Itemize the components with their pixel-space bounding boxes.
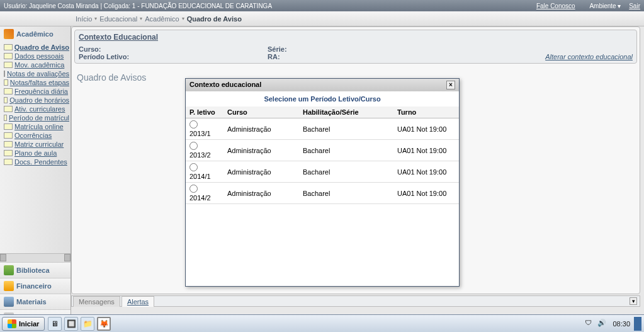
alterar-contexto-link[interactable]: Alterar contexto educacional (545, 53, 633, 60)
sidebar-item-0[interactable]: Quadro de Aviso (3, 43, 71, 52)
bc-academico[interactable]: Acadêmico (145, 15, 179, 23)
fale-conosco-link[interactable]: Fale Conosco (536, 3, 575, 9)
row-radio[interactable] (189, 163, 198, 171)
tray-clock[interactable]: 08:30 (613, 320, 630, 328)
sidebar-financeiro[interactable]: Financeiro (0, 278, 71, 294)
sidebar-item-5[interactable]: Frequência diária (3, 87, 71, 96)
tray-icon-1[interactable]: 🛡 (585, 319, 595, 329)
sidebar-materiais[interactable]: Materiais (0, 294, 71, 309)
bc-current: Quadro de Aviso (187, 15, 242, 23)
folder-icon (4, 123, 13, 130)
modal-row[interactable]: 2013/1AdministraçãoBacharelUA01 Not 19:0… (186, 118, 459, 140)
folder-icon (4, 62, 13, 68)
row-radio[interactable] (189, 185, 198, 193)
sair-link[interactable]: Sair (629, 3, 640, 9)
sidebar-hscroll[interactable] (0, 253, 71, 262)
sidebar-item-1[interactable]: Dados pessoais (3, 52, 71, 60)
sidebar-biblioteca[interactable]: Biblioteca (0, 262, 71, 278)
modal-row[interactable]: 2013/2AdministraçãoBacharelUA01 Not 19:0… (186, 140, 459, 161)
folder-icon (4, 159, 13, 165)
folder-icon (4, 106, 13, 112)
materials-icon (4, 297, 14, 307)
start-button[interactable]: Iniciar (2, 317, 45, 331)
sidebar-item-6[interactable]: Quadro de horários (3, 96, 71, 105)
sidebar-item-7[interactable]: Ativ. curriculares (3, 105, 71, 113)
curso-label: Curso: (79, 45, 268, 53)
tab-mensagens[interactable]: Mensagens (73, 296, 120, 307)
tab-alertas[interactable]: Alertas (121, 296, 154, 307)
serie-label: Série: (268, 45, 519, 53)
folder-icon (4, 71, 5, 77)
ql-switch[interactable]: 🔲 (64, 317, 78, 331)
breadcrumb: Início▾ Educacional▾ Acadêmico▾ Quadro d… (0, 11, 644, 26)
folder-icon (4, 150, 13, 156)
col-turno: Turno (393, 106, 459, 118)
folder-icon (4, 53, 13, 59)
msgbar-toggle[interactable]: ▾ (630, 297, 637, 305)
sidebar-item-11[interactable]: Matriz curricular (3, 140, 71, 149)
sidebar-item-8[interactable]: Período de matrícul (3, 113, 71, 122)
sidebar-item-2[interactable]: Mov. acadêmica (3, 60, 71, 69)
row-radio[interactable] (189, 142, 198, 150)
modal-row[interactable]: 2014/1AdministraçãoBacharelUA01 Not 19:0… (186, 161, 459, 183)
folder-icon (4, 44, 13, 50)
context-title: Contexto Educacional (79, 33, 633, 42)
folder-icon (4, 88, 13, 94)
row-radio[interactable] (189, 120, 198, 129)
sidebar-item-12[interactable]: Plano de aula (3, 149, 71, 157)
modal-close-button[interactable]: × (446, 81, 455, 89)
book-icon (4, 265, 14, 275)
folder-icon (4, 141, 13, 147)
money-icon (4, 281, 14, 291)
ambiente-menu[interactable]: Ambiente ▾ (583, 3, 621, 9)
folder-icon (4, 97, 8, 103)
sidebar-item-10[interactable]: Ocorrências (3, 131, 71, 140)
tray-icon-2[interactable]: 🔊 (597, 319, 607, 329)
academico-icon (4, 29, 14, 39)
sidebar-item-4[interactable]: Notas/faltas etapas (3, 78, 71, 87)
bc-educacional[interactable]: Educacional (99, 15, 137, 23)
modal-row[interactable]: 2014/2AdministraçãoBacharelUA01 Not 19:0… (186, 183, 459, 204)
windows-icon (8, 319, 16, 328)
user-info: Usuário: Jaqueline Costa Miranda | Colig… (4, 3, 530, 9)
ra-label: RA: (268, 53, 519, 60)
show-desktop[interactable] (634, 317, 641, 331)
folder-icon (4, 132, 13, 139)
sidebar-academico[interactable]: Acadêmico (0, 26, 71, 42)
periodo-label: Período Letivo: (79, 53, 268, 60)
bc-inicio[interactable]: Início (76, 15, 92, 23)
contexto-modal: Contexto educacional × Selecione um Perí… (185, 78, 460, 287)
ql-explorer[interactable]: 📁 (81, 317, 94, 331)
col-pletivo: P. letivo (186, 106, 223, 118)
sidebar-item-3[interactable]: Notas de avaliações (3, 69, 71, 78)
folder-icon (4, 79, 8, 86)
modal-title: Contexto educacional (189, 81, 261, 89)
sidebar-item-13[interactable]: Docs. Pendentes (3, 157, 71, 166)
col-curso: Curso (223, 106, 299, 118)
folder-icon (4, 115, 7, 121)
sidebar-item-9[interactable]: Matrícula online (3, 122, 71, 131)
col-hab: Habilitação/Série (299, 106, 393, 118)
ql-firefox[interactable]: 🦊 (97, 317, 111, 331)
ql-desktop[interactable]: 🖥 (48, 317, 62, 331)
modal-subtitle: Selecione um Período Letivo/Curso (186, 91, 459, 106)
